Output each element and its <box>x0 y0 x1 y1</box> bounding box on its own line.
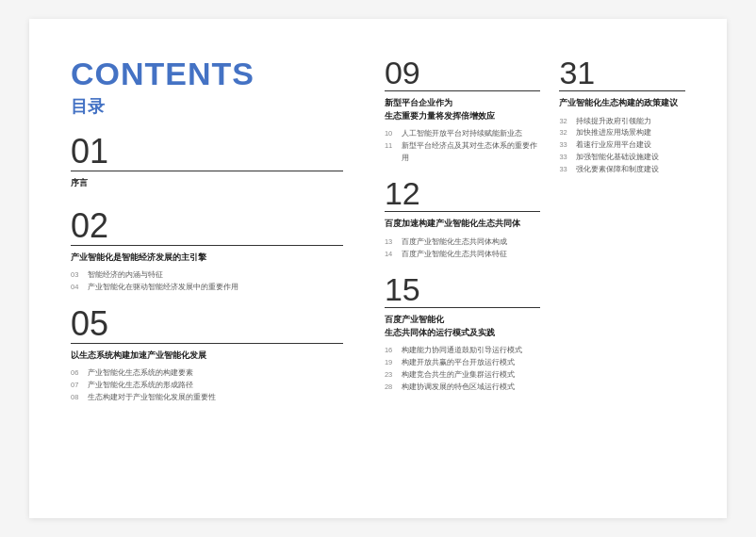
section-02-item-2: 04 产业智能化在驱动智能经济发展中的重要作用 <box>71 282 343 294</box>
section-02-heading: 产业智能化是智能经济发展的主引擎 <box>71 252 343 265</box>
right-right-column: 31 产业智能化生态构建的政策建议 32 持续提升政府引领能力 32 加快推进应… <box>550 57 685 490</box>
section-05-item-2-text: 产业智能化生态系统的形成路径 <box>88 380 193 392</box>
section-05-item-3-text: 生态构建对于产业智能化发展的重要性 <box>88 392 216 404</box>
section-31-divider <box>559 90 685 91</box>
section-12-item-2: 14 百度产业智能化生态共同体特征 <box>385 249 540 261</box>
section-02-divider <box>71 245 343 246</box>
right-left-column: 09 新型平台企业作为生态重要力量将发挥倍增效应 10 人工智能开放平台对持续赋… <box>385 57 550 490</box>
section-31-item-5: 33 强化要素保障和制度建设 <box>559 164 685 176</box>
section-31-item-1: 32 持续提升政府引领能力 <box>559 116 685 128</box>
section-02-item-2-page: 04 <box>71 282 84 294</box>
section-01-divider <box>71 171 343 171</box>
section-02-num: 02 <box>71 209 343 243</box>
section-09-item-1: 10 人工智能开放平台对持续赋能新业态 <box>385 128 540 140</box>
header-block: CONTENTS 目录 <box>71 57 343 135</box>
section-05-heading: 以生态系统构建加速产业智能化发展 <box>71 350 343 363</box>
section-15-divider <box>385 307 540 308</box>
section-05: 05 以生态系统构建加速产业智能化发展 06 产业智能化生态系统的构建要素 07… <box>71 307 343 404</box>
section-15-num: 15 <box>385 273 540 305</box>
section-05-item-3: 08 生态构建对于产业智能化发展的重要性 <box>71 392 343 404</box>
section-05-item-1-page: 06 <box>71 367 84 380</box>
section-09-divider <box>385 90 540 91</box>
section-05-item-1-text: 产业智能化生态系统的构建要素 <box>88 367 193 380</box>
section-05-item-1: 06 产业智能化生态系统的构建要素 <box>71 367 343 380</box>
section-15: 15 百度产业智能化生态共同体的运行模式及实践 16 构建能力协同通道鼓励引导运… <box>385 273 540 393</box>
section-05-divider <box>71 343 343 344</box>
section-15-item-3: 23 构建竞合共生的产业集群运行模式 <box>385 369 540 382</box>
section-02-item-1: 03 智能经济的内涵与特征 <box>71 269 343 282</box>
section-15-item-4: 28 构建协调发展的特色区域运行模式 <box>385 382 540 394</box>
section-01: 01 序言 <box>71 135 343 196</box>
section-02: 02 产业智能化是智能经济发展的主引擎 03 智能经济的内涵与特征 04 产业智… <box>71 209 343 294</box>
section-09-num: 09 <box>385 57 540 89</box>
section-09-heading: 新型平台企业作为生态重要力量将发挥倍增效应 <box>385 97 540 122</box>
section-02-item-1-page: 03 <box>71 269 84 282</box>
contents-title: CONTENTS <box>71 57 343 91</box>
section-12-item-1: 13 百度产业智能化生态共同体构成 <box>385 236 540 249</box>
section-09-item-2: 11 新型平台经济点及其对生态体系的重要作用 <box>385 140 540 165</box>
section-15-item-2: 19 构建开放共赢的平台开放运行模式 <box>385 357 540 369</box>
section-12: 12 百度加速构建产业智能化生态共同体 13 百度产业智能化生态共同体构成 14… <box>385 177 540 260</box>
section-31-item-2: 32 加快推进应用场景构建 <box>559 127 685 139</box>
section-12-heading: 百度加速构建产业智能化生态共同体 <box>385 218 540 231</box>
section-05-num: 05 <box>71 307 343 341</box>
section-05-item-3-page: 08 <box>71 392 84 404</box>
mulu-title: 目录 <box>71 95 343 118</box>
section-31-item-3: 33 着速行业应用平台建设 <box>559 139 685 152</box>
section-12-divider <box>385 211 540 212</box>
section-31: 31 产业智能化生态构建的政策建议 32 持续提升政府引领能力 32 加快推进应… <box>559 57 685 175</box>
section-31-num: 31 <box>559 57 685 89</box>
section-01-num: 01 <box>71 135 343 169</box>
section-15-heading: 百度产业智能化生态共同体的运行模式及实践 <box>385 314 540 339</box>
section-12-num: 12 <box>385 177 540 209</box>
section-31-heading: 产业智能化生态构建的政策建议 <box>559 97 685 110</box>
section-02-item-2-text: 产业智能化在驱动智能经济发展中的重要作用 <box>88 282 238 294</box>
section-01-heading: 序言 <box>71 177 343 190</box>
section-09: 09 新型平台企业作为生态重要力量将发挥倍增效应 10 人工智能开放平台对持续赋… <box>385 57 540 164</box>
section-02-item-1-text: 智能经济的内涵与特征 <box>88 269 163 282</box>
section-05-item-2-page: 07 <box>71 380 84 392</box>
right-column: 09 新型平台企业作为生态重要力量将发挥倍增效应 10 人工智能开放平台对持续赋… <box>366 57 685 490</box>
section-31-item-4: 33 加强智能化基础设施建设 <box>559 152 685 164</box>
section-05-item-2: 07 产业智能化生态系统的形成路径 <box>71 380 343 392</box>
section-15-item-1: 16 构建能力协同通道鼓励引导运行模式 <box>385 345 540 357</box>
page-container: CONTENTS 目录 01 序言 02 产业智能化是智能经济发展的主引擎 03… <box>29 19 727 518</box>
left-column: CONTENTS 目录 01 序言 02 产业智能化是智能经济发展的主引擎 03… <box>71 57 366 490</box>
